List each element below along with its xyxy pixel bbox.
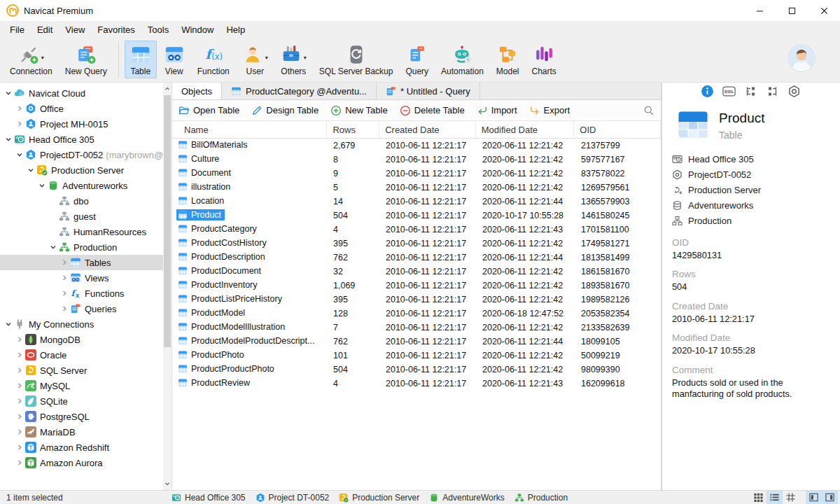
chevron-right-icon[interactable]: [14, 365, 25, 376]
table-row-productmodel[interactable]: ProductModel1282010-06-11 12:21:172020-0…: [172, 307, 661, 321]
tree-item-my-connections[interactable]: My Connections: [0, 316, 163, 332]
tree-item-production-server[interactable]: Production Server: [0, 162, 163, 178]
chevron-right-icon[interactable]: [59, 272, 70, 284]
menu-view[interactable]: View: [59, 22, 91, 37]
import-button[interactable]: Import: [477, 105, 517, 116]
chevron-right-icon[interactable]: [14, 349, 25, 360]
table-row-productmodelproductdescript[interactable]: ProductModelProductDescript...7622010-06…: [172, 335, 661, 349]
chevron-right-icon[interactable]: [14, 396, 25, 407]
chevron-down-icon[interactable]: [3, 318, 14, 330]
close-button[interactable]: [808, 0, 840, 21]
toolbar-view-button[interactable]: View: [158, 41, 190, 78]
column-header-oid[interactable]: OID: [574, 121, 661, 138]
tree-item-navicat-cloud[interactable]: Navicat Cloud: [0, 85, 163, 101]
tree-item-functions[interactable]: fxFunctions: [0, 286, 163, 301]
table-row-productdescription[interactable]: ProductDescription7622010-06-11 12:21:17…: [172, 251, 661, 265]
dropdown-arrow-icon[interactable]: ▾: [304, 55, 307, 61]
tab-productcategory-adventu[interactable]: ProductCategory @Adventu...: [222, 83, 377, 99]
new-table-button[interactable]: New Table: [330, 105, 387, 116]
chevron-down-icon[interactable]: [3, 88, 14, 99]
minimize-button[interactable]: [743, 0, 776, 21]
tree-item-guest[interactable]: guest: [0, 209, 163, 224]
chevron-right-icon[interactable]: [14, 380, 25, 391]
tree-item-mariadb[interactable]: MariaDB: [0, 424, 163, 440]
toolbar-others-button[interactable]: ▾Others: [275, 41, 312, 78]
column-header-modified-date[interactable]: Modified Date: [476, 121, 575, 138]
tree-item-oracle[interactable]: Oracle: [0, 347, 163, 363]
statusbar-crumb-production-server[interactable]: Production Server: [339, 493, 419, 503]
table-row-illustration[interactable]: illustration52010-06-11 12:21:172020-06-…: [172, 181, 661, 195]
tree-item-mysql[interactable]: MySQL: [0, 378, 163, 393]
tree-item-amazon-redshift[interactable]: Amazon Redshift: [0, 440, 163, 455]
chevron-right-icon[interactable]: [59, 303, 70, 314]
tree-item-mongodb[interactable]: MongoDB: [0, 332, 163, 347]
dropdown-arrow-icon[interactable]: ▾: [41, 55, 44, 61]
detail-view-button[interactable]: [783, 491, 799, 504]
table-row-document[interactable]: Document92010-06-11 12:21:172020-06-11 1…: [172, 167, 661, 181]
menu-file[interactable]: File: [4, 22, 31, 37]
scroll-down-icon[interactable]: [164, 481, 170, 486]
table-row-culture[interactable]: Culture82010-06-11 12:21:172020-06-11 12…: [172, 153, 661, 167]
chevron-down-icon[interactable]: [36, 180, 48, 191]
toolbar-new-query-button[interactable]: New Query: [59, 41, 113, 78]
tree-item-dbo[interactable]: dbo: [0, 193, 163, 209]
menu-help[interactable]: Help: [220, 22, 251, 37]
list-view-button[interactable]: [766, 491, 783, 504]
chevron-right-icon[interactable]: [14, 103, 25, 114]
right-panel-toggle-button[interactable]: [822, 491, 838, 504]
menu-window[interactable]: Window: [175, 22, 220, 37]
table-row-productmodelillustration[interactable]: ProductModelIllustration72010-06-11 12:2…: [172, 321, 661, 335]
statusbar-crumb-project-dt-0052[interactable]: Project DT-0052: [255, 493, 330, 503]
chevron-right-icon[interactable]: [14, 442, 25, 453]
scroll-up-icon[interactable]: [164, 86, 170, 92]
chevron-down-icon[interactable]: [25, 164, 36, 176]
column-header-name[interactable]: Name: [172, 121, 327, 138]
table-row-productphoto[interactable]: ProductPhoto1012010-06-11 12:21:172020-0…: [172, 349, 661, 363]
toolbar-user-button[interactable]: ▾User: [237, 41, 274, 78]
toolbar-query-button[interactable]: Query: [400, 41, 434, 78]
chevron-right-icon[interactable]: [59, 257, 70, 268]
open-table-button[interactable]: Open Table: [178, 105, 239, 116]
chevron-down-icon[interactable]: [3, 134, 14, 145]
table-row-productinventory[interactable]: ProductInventory1,0692010-06-11 12:21:17…: [172, 279, 661, 293]
tab-untitled-query[interactable]: * Untitled - Query: [377, 83, 480, 99]
design-table-button[interactable]: Design Table: [251, 105, 318, 116]
tree-item-amazon-aurora[interactable]: Amazon Aurora: [0, 455, 163, 470]
scrollbar-thumb[interactable]: [164, 95, 171, 347]
chevron-right-icon[interactable]: [14, 411, 25, 422]
tree-item-head-office-305[interactable]: Head Office 305: [0, 132, 163, 147]
tree-item-office[interactable]: Office: [0, 101, 163, 116]
ddl-tab-icon[interactable]: DDL: [722, 85, 736, 98]
menu-edit[interactable]: Edit: [31, 22, 59, 37]
used-by-tab-icon[interactable]: [744, 85, 757, 98]
tree-item-project-mh-0015[interactable]: Project MH-0015: [0, 116, 163, 132]
chevron-down-icon[interactable]: [48, 241, 59, 253]
column-header-rows[interactable]: Rows: [327, 121, 379, 138]
tab-objects[interactable]: Objects: [172, 83, 222, 99]
statusbar-crumb-production[interactable]: Production: [514, 493, 568, 503]
delete-table-button[interactable]: Delete Table: [400, 105, 465, 116]
toolbar-sql-server-backup-button[interactable]: SQL Server Backup: [314, 41, 399, 78]
tree-item-humanresources[interactable]: HumanResources: [0, 224, 163, 239]
maximize-button[interactable]: [776, 0, 808, 21]
toolbar-charts-button[interactable]: Charts: [526, 41, 562, 78]
chevron-right-icon[interactable]: [59, 288, 70, 299]
grid-view-button[interactable]: [750, 491, 766, 504]
statusbar-crumb-head-office-305[interactable]: Head Office 305: [172, 493, 246, 503]
table-row-product[interactable]: Product5042010-06-11 12:21:172020-10-17 …: [172, 209, 661, 223]
options-tab-icon[interactable]: [788, 85, 801, 98]
table-row-location[interactable]: Location142010-06-11 12:21:172020-06-11 …: [172, 195, 661, 209]
table-row-productcosthistory[interactable]: ProductCostHistory3952010-06-11 12:21:17…: [172, 237, 661, 251]
left-panel-toggle-button[interactable]: [806, 491, 822, 504]
toolbar-automation-button[interactable]: Automation: [435, 41, 489, 78]
tree-item-tables[interactable]: Tables: [0, 255, 163, 270]
chevron-right-icon[interactable]: [14, 118, 25, 130]
dropdown-arrow-icon[interactable]: ▾: [265, 55, 268, 61]
export-button[interactable]: Export: [529, 105, 570, 116]
statusbar-crumb-adventureworks[interactable]: AdventureWorks: [429, 493, 504, 503]
toolbar-model-button[interactable]: Model: [491, 41, 525, 78]
column-header-created-date[interactable]: Created Date: [379, 121, 476, 138]
tree-item-sqlite[interactable]: SQLite: [0, 393, 163, 409]
tree-item-production[interactable]: Production: [0, 239, 163, 255]
table-row-productproductphoto[interactable]: ProductProductPhoto5042010-06-11 12:21:1…: [172, 363, 661, 377]
